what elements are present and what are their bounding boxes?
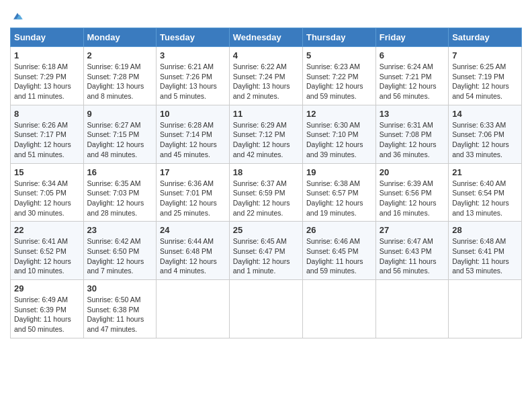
- day-info: Sunrise: 6:50 AM Sunset: 6:38 PM Dayligh…: [87, 295, 153, 334]
- day-info: Sunrise: 6:30 AM Sunset: 7:10 PM Dayligh…: [306, 120, 372, 160]
- day-info: Sunrise: 6:19 AM Sunset: 7:28 PM Dayligh…: [87, 62, 153, 101]
- day-info: Sunrise: 6:47 AM Sunset: 6:43 PM Dayligh…: [380, 236, 445, 276]
- table-row: 24Sunrise: 6:44 AM Sunset: 6:48 PM Dayli…: [157, 222, 230, 280]
- day-number: 30: [87, 283, 153, 293]
- col-thursday: Thursday: [302, 28, 375, 47]
- calendar-table: Sunday Monday Tuesday Wednesday Thursday…: [10, 28, 522, 338]
- day-info: Sunrise: 6:44 AM Sunset: 6:48 PM Dayligh…: [160, 236, 226, 276]
- calendar-header-row: Sunday Monday Tuesday Wednesday Thursday…: [11, 28, 522, 47]
- table-row: [375, 280, 448, 338]
- day-number: 9: [87, 109, 153, 119]
- day-info: Sunrise: 6:23 AM Sunset: 7:22 PM Dayligh…: [306, 62, 372, 101]
- table-row: 17Sunrise: 6:36 AM Sunset: 7:01 PM Dayli…: [157, 163, 230, 222]
- table-row: 13Sunrise: 6:31 AM Sunset: 7:08 PM Dayli…: [375, 105, 448, 163]
- day-number: 6: [380, 50, 445, 60]
- col-friday: Friday: [375, 28, 448, 47]
- day-number: 2: [87, 50, 153, 60]
- day-info: Sunrise: 6:22 AM Sunset: 7:24 PM Dayligh…: [233, 62, 299, 101]
- day-info: Sunrise: 6:27 AM Sunset: 7:15 PM Dayligh…: [87, 120, 153, 160]
- table-row: 2Sunrise: 6:19 AM Sunset: 7:28 PM Daylig…: [83, 47, 157, 105]
- day-info: Sunrise: 6:26 AM Sunset: 7:17 PM Dayligh…: [14, 120, 80, 160]
- calendar-week-row: 15Sunrise: 6:34 AM Sunset: 7:05 PM Dayli…: [11, 163, 522, 222]
- day-number: 10: [160, 109, 226, 119]
- day-info: Sunrise: 6:31 AM Sunset: 7:08 PM Dayligh…: [380, 120, 445, 160]
- day-info: Sunrise: 6:33 AM Sunset: 7:06 PM Dayligh…: [452, 120, 518, 160]
- page-header: [10, 7, 522, 22]
- day-number: 14: [452, 109, 518, 119]
- table-row: 29Sunrise: 6:49 AM Sunset: 6:39 PM Dayli…: [11, 280, 84, 338]
- day-info: Sunrise: 6:41 AM Sunset: 6:52 PM Dayligh…: [14, 236, 80, 276]
- col-monday: Monday: [83, 28, 157, 47]
- table-row: 18Sunrise: 6:37 AM Sunset: 6:59 PM Dayli…: [229, 163, 302, 222]
- day-number: 20: [380, 167, 445, 177]
- table-row: 15Sunrise: 6:34 AM Sunset: 7:05 PM Dayli…: [11, 163, 84, 222]
- day-number: 19: [306, 167, 372, 177]
- day-info: Sunrise: 6:29 AM Sunset: 7:12 PM Dayligh…: [233, 120, 299, 160]
- table-row: 25Sunrise: 6:45 AM Sunset: 6:47 PM Dayli…: [229, 222, 302, 280]
- col-tuesday: Tuesday: [157, 28, 230, 47]
- table-row: [302, 280, 375, 338]
- day-number: 7: [452, 50, 518, 60]
- table-row: [157, 280, 230, 338]
- day-number: 29: [14, 283, 80, 293]
- col-sunday: Sunday: [11, 28, 84, 47]
- day-number: 11: [233, 109, 299, 119]
- calendar-week-row: 22Sunrise: 6:41 AM Sunset: 6:52 PM Dayli…: [11, 222, 522, 280]
- day-number: 16: [87, 167, 153, 177]
- table-row: 19Sunrise: 6:38 AM Sunset: 6:57 PM Dayli…: [302, 163, 375, 222]
- table-row: 10Sunrise: 6:28 AM Sunset: 7:14 PM Dayli…: [157, 105, 230, 163]
- table-row: [229, 280, 302, 338]
- table-row: 5Sunrise: 6:23 AM Sunset: 7:22 PM Daylig…: [302, 47, 375, 105]
- day-info: Sunrise: 6:28 AM Sunset: 7:14 PM Dayligh…: [160, 120, 226, 160]
- day-number: 22: [14, 225, 80, 235]
- day-info: Sunrise: 6:25 AM Sunset: 7:19 PM Dayligh…: [452, 62, 518, 101]
- table-row: 8Sunrise: 6:26 AM Sunset: 7:17 PM Daylig…: [11, 105, 84, 163]
- table-row: 28Sunrise: 6:48 AM Sunset: 6:41 PM Dayli…: [449, 222, 522, 280]
- day-info: Sunrise: 6:18 AM Sunset: 7:29 PM Dayligh…: [14, 62, 80, 101]
- day-info: Sunrise: 6:35 AM Sunset: 7:03 PM Dayligh…: [87, 179, 153, 218]
- day-info: Sunrise: 6:42 AM Sunset: 6:50 PM Dayligh…: [87, 236, 153, 276]
- table-row: 22Sunrise: 6:41 AM Sunset: 6:52 PM Dayli…: [11, 222, 84, 280]
- day-number: 25: [233, 225, 299, 235]
- day-number: 12: [306, 109, 372, 119]
- logo: [10, 7, 24, 22]
- calendar-week-row: 29Sunrise: 6:49 AM Sunset: 6:39 PM Dayli…: [11, 280, 522, 338]
- table-row: 27Sunrise: 6:47 AM Sunset: 6:43 PM Dayli…: [375, 222, 448, 280]
- day-number: 23: [87, 225, 153, 235]
- day-number: 28: [452, 225, 518, 235]
- day-number: 4: [233, 50, 299, 60]
- table-row: 6Sunrise: 6:24 AM Sunset: 7:21 PM Daylig…: [375, 47, 448, 105]
- table-row: 9Sunrise: 6:27 AM Sunset: 7:15 PM Daylig…: [83, 105, 157, 163]
- calendar-week-row: 8Sunrise: 6:26 AM Sunset: 7:17 PM Daylig…: [11, 105, 522, 163]
- table-row: 1Sunrise: 6:18 AM Sunset: 7:29 PM Daylig…: [11, 47, 84, 105]
- col-wednesday: Wednesday: [229, 28, 302, 47]
- day-info: Sunrise: 6:48 AM Sunset: 6:41 PM Dayligh…: [452, 236, 518, 276]
- day-number: 1: [14, 50, 80, 60]
- table-row: 26Sunrise: 6:46 AM Sunset: 6:45 PM Dayli…: [302, 222, 375, 280]
- day-number: 5: [306, 50, 372, 60]
- logo-icon: [11, 10, 24, 22]
- day-info: Sunrise: 6:36 AM Sunset: 7:01 PM Dayligh…: [160, 179, 226, 218]
- table-row: 12Sunrise: 6:30 AM Sunset: 7:10 PM Dayli…: [302, 105, 375, 163]
- day-number: 15: [14, 167, 80, 177]
- day-number: 24: [160, 225, 226, 235]
- col-saturday: Saturday: [449, 28, 522, 47]
- table-row: 4Sunrise: 6:22 AM Sunset: 7:24 PM Daylig…: [229, 47, 302, 105]
- day-info: Sunrise: 6:49 AM Sunset: 6:39 PM Dayligh…: [14, 295, 80, 334]
- day-info: Sunrise: 6:45 AM Sunset: 6:47 PM Dayligh…: [233, 236, 299, 276]
- day-info: Sunrise: 6:34 AM Sunset: 7:05 PM Dayligh…: [14, 179, 80, 218]
- day-number: 27: [380, 225, 445, 235]
- table-row: 23Sunrise: 6:42 AM Sunset: 6:50 PM Dayli…: [83, 222, 157, 280]
- table-row: 3Sunrise: 6:21 AM Sunset: 7:26 PM Daylig…: [157, 47, 230, 105]
- table-row: 7Sunrise: 6:25 AM Sunset: 7:19 PM Daylig…: [449, 47, 522, 105]
- table-row: [449, 280, 522, 338]
- day-info: Sunrise: 6:38 AM Sunset: 6:57 PM Dayligh…: [306, 179, 372, 218]
- day-info: Sunrise: 6:24 AM Sunset: 7:21 PM Dayligh…: [380, 62, 445, 101]
- table-row: 16Sunrise: 6:35 AM Sunset: 7:03 PM Dayli…: [83, 163, 157, 222]
- day-number: 26: [306, 225, 372, 235]
- calendar-week-row: 1Sunrise: 6:18 AM Sunset: 7:29 PM Daylig…: [11, 47, 522, 105]
- day-number: 3: [160, 50, 226, 60]
- day-number: 13: [380, 109, 445, 119]
- day-info: Sunrise: 6:37 AM Sunset: 6:59 PM Dayligh…: [233, 179, 299, 218]
- day-info: Sunrise: 6:21 AM Sunset: 7:26 PM Dayligh…: [160, 62, 226, 101]
